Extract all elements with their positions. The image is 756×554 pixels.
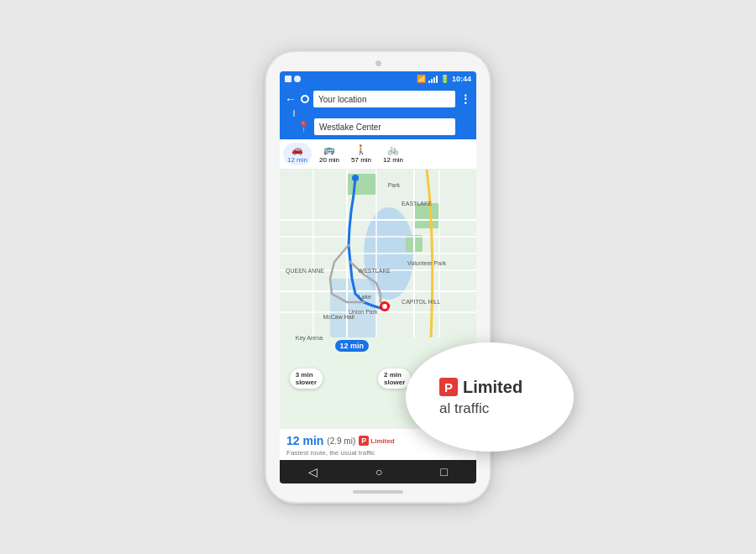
map-label-key-arena: Key Arena [296, 335, 323, 341]
popup-subtitle: al traffic [439, 400, 489, 417]
recent-button[interactable]: □ [440, 465, 447, 478]
phone-bottom [266, 483, 490, 502]
map-label-park: Park [388, 182, 400, 188]
svg-rect-4 [414, 203, 439, 228]
route-time-badge: 12 min [335, 340, 370, 352]
transport-bar: 🚗 12 min 🚌 20 min 🚶 57 min 🚲 12 min [280, 139, 476, 170]
map-label-eastlake: EASTLAKE [402, 201, 432, 206]
bus-label: 20 min [319, 156, 339, 164]
map-label-queenanne: QUEEN ANNE [286, 268, 324, 274]
map-label-mccaw: McCaw Hall [323, 314, 354, 320]
destination-text: Westlake Center [319, 123, 381, 132]
map-label-capitol: CAPITOL HILL [402, 299, 440, 305]
traffic-popup: P Limited al traffic [406, 342, 574, 452]
svg-rect-3 [347, 174, 376, 195]
map-label-lake: Lake [359, 294, 371, 300]
status-right: 📶 🔋 10:44 [417, 75, 471, 83]
traffic-badge: P Limited [359, 436, 394, 446]
home-button[interactable]: ○ [375, 465, 382, 478]
bus-icon: 🚌 [323, 144, 335, 155]
popup-title-row: P Limited [439, 378, 522, 397]
origin-dot-icon [301, 95, 309, 103]
transport-bus[interactable]: 🚌 20 min [315, 143, 344, 165]
android-nav-bar: ◁ ○ □ [280, 460, 476, 483]
route-connector [293, 110, 295, 117]
bike-label: 12 min [383, 156, 403, 164]
destination-input[interactable]: Westlake Center [314, 118, 455, 135]
destination-pin-icon: 📍 [297, 121, 310, 133]
popup-limited-text: Limited [463, 378, 522, 397]
camera-dot [375, 60, 381, 66]
route-description: Fastest route, the usual traffic [286, 449, 470, 457]
origin-input[interactable]: Your location [313, 91, 455, 107]
back-arrow-icon[interactable]: ← [285, 92, 297, 106]
transport-bike[interactable]: 🚲 12 min [379, 143, 407, 165]
svg-point-17 [352, 175, 359, 181]
nav-header: ← Your location ⋮ 📍 Westlake Center [280, 86, 476, 139]
signal-icon [428, 75, 438, 83]
home-bar [353, 490, 403, 494]
traffic-label: Limited [370, 437, 394, 445]
walk-label: 57 min [351, 156, 371, 164]
status-bar: 📶 🔋 10:44 [280, 71, 476, 86]
origin-text: Your location [318, 95, 366, 104]
back-button[interactable]: ◁ [308, 465, 318, 478]
svg-point-19 [382, 304, 387, 309]
slower-badge-right: 2 minslower [378, 368, 411, 389]
more-options-icon[interactable]: ⋮ [459, 92, 471, 106]
walk-icon: 🚶 [355, 144, 367, 155]
transport-drive[interactable]: 🚗 12 min [283, 143, 312, 165]
phone-device: 📶 🔋 10:44 ← Your location [265, 50, 491, 504]
drive-icon: 🚗 [291, 144, 303, 155]
battery-icon: 🔋 [440, 75, 449, 83]
phone-top [266, 52, 490, 71]
slower-badge-left: 3 minslower [290, 368, 323, 389]
map-label-westlake: WESTLAKE [359, 268, 391, 274]
status-time: 10:44 [452, 75, 471, 83]
route-time: 12 min [286, 434, 323, 447]
drive-label: 12 min [287, 156, 307, 164]
map-svg [280, 170, 476, 337]
bike-icon: 🚲 [387, 144, 399, 155]
popup-parking-icon: P [439, 378, 458, 396]
transport-walk[interactable]: 🚶 57 min [347, 143, 375, 165]
status-left-icons [285, 76, 301, 82]
route-distance: (2.9 mi) [327, 436, 355, 446]
status-icon-1 [285, 76, 291, 82]
status-icon-2 [294, 76, 301, 82]
parking-icon: P [359, 436, 369, 446]
wifi-icon: 📶 [417, 75, 426, 83]
map-label-volunteer: Volunteer Park [407, 260, 446, 266]
